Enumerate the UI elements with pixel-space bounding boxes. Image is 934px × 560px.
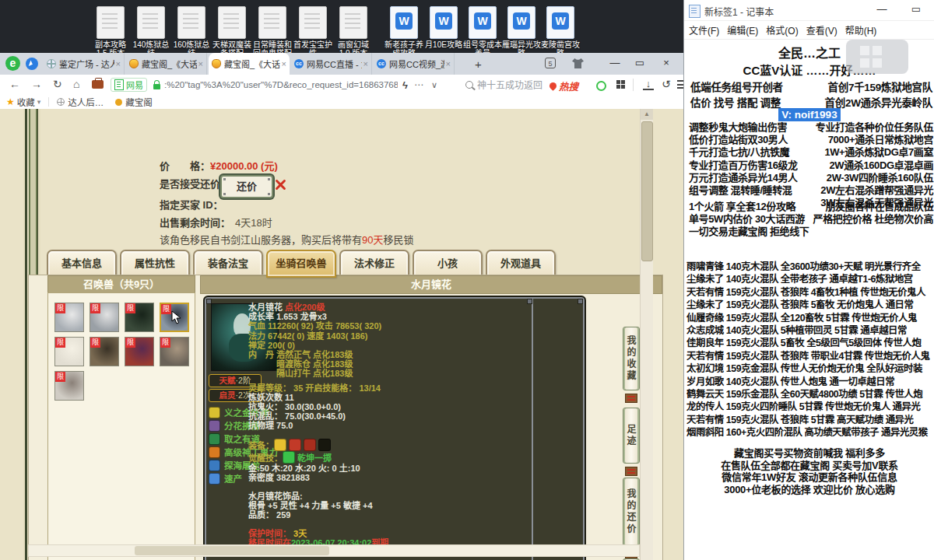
download-icon[interactable]: ↓ — [643, 78, 654, 90]
desktop-icon[interactable]: 首发宝宝护 性 — [293, 6, 333, 58]
team-list-item: 岁月如歌 140克火混队 传世人炮鬼 通一切卓越日常 — [686, 376, 934, 388]
browser-logo-icon[interactable]: e — [5, 56, 20, 71]
redpacket-icon[interactable] — [92, 80, 104, 89]
tab-close-icon[interactable]: × — [446, 59, 451, 68]
bookmark-item[interactable]: 藏宝阁 — [125, 96, 153, 108]
desktop-icon[interactable]: 天梯双魔装 备搭配 — [212, 6, 252, 58]
sale-time-row: 出售剩余时间：4天18时 — [160, 215, 272, 229]
desktop-icon[interactable]: 副本攻略1.5 版本 — [90, 6, 131, 58]
team-list-item: 雨啸青锋 140克木混队 全3600功绩30+天赋 明光景行齐全 — [686, 261, 934, 273]
browser-tab[interactable]: cc网易CC直播 - 大型…× — [291, 53, 372, 75]
speed-badge[interactable]: 5 — [545, 58, 556, 68]
notepad-window: 新标签1 - 记事本 — ▭ 文件(F)编辑(E)格式(O)查看(V)帮助(H)… — [683, 0, 934, 560]
horizontal-scrollbar[interactable] — [28, 544, 640, 557]
bargain-button[interactable]: 还价 — [220, 175, 273, 198]
lightning-icon[interactable]: ϟ — [402, 79, 408, 91]
tab-属性抗性[interactable]: 属性抗性 — [120, 250, 190, 278]
compass-icon[interactable] — [26, 58, 38, 70]
pet-thumbnail[interactable]: 限 — [125, 303, 154, 332]
browser-tab[interactable]: cc网易CC视频_游戏…× — [374, 53, 455, 75]
desktop-icon[interactable]: 组号零成本 养号 — [462, 6, 503, 58]
back-button[interactable]: ← — [9, 78, 20, 90]
desktop-icon[interactable]: 画窗幻域1.0 版本 — [333, 6, 374, 58]
url-field[interactable]: 网易 :%20"tag"%3A%20"user"%7D&reco_request… — [111, 77, 459, 93]
tab-基本信息[interactable]: 基本信息 — [47, 250, 117, 278]
desktop-icon[interactable]: 月10E攻略 — [423, 6, 464, 49]
netease-doc-icon — [114, 79, 124, 90]
browser-close-button[interactable]: × — [657, 57, 676, 68]
scroll-up-arrow[interactable]: ▲ — [641, 109, 653, 120]
pet-thumbnail[interactable]: 限 — [90, 303, 119, 332]
tab-坐骑召唤兽[interactable]: 坐骑召唤兽 — [266, 250, 336, 278]
tab-法术修正[interactable]: 法术修正 — [339, 250, 409, 278]
notepad-menu-item[interactable]: 帮助(H) — [845, 23, 877, 37]
hscrollbar-thumb[interactable] — [135, 546, 329, 555]
search-icon — [465, 81, 473, 89]
tab-装备法宝[interactable]: 装备法宝 — [193, 250, 263, 278]
more-icon[interactable]: ⋯ — [414, 79, 423, 90]
theme-shirt-icon[interactable] — [572, 58, 584, 68]
notepad-restore-button[interactable]: ▭ — [905, 3, 927, 15]
browser-minimize-button[interactable]: — — [606, 57, 624, 68]
browser-tab[interactable]: 藏宝阁_《大话西游…× — [126, 53, 207, 75]
refresh-button[interactable]: ↻ — [53, 78, 62, 90]
tab-close-icon[interactable]: × — [282, 59, 286, 68]
favorites-star-icon[interactable]: ★ — [6, 96, 15, 107]
new-tab-button[interactable]: + — [475, 58, 482, 71]
pet-thumbnail[interactable]: 限 — [90, 337, 119, 366]
side-tab-足迹[interactable]: 足迹 — [623, 408, 640, 464]
home-button[interactable]: ⌂ — [73, 78, 79, 90]
notepad-text[interactable]: 全民…之工 CC蓝V认证 ……开好…… 低端任务组号开创者首创7千159炼狱地宫… — [684, 38, 934, 560]
search-input[interactable]: 神十五成功返回 — [465, 78, 542, 91]
browser-tab[interactable]: 鉴定广场 - 达人后…× — [44, 53, 125, 75]
pet-thumbnail[interactable]: 限 — [54, 303, 84, 332]
team-list-item: 太初幻境 159克金混队 传世人无价炮无价鬼 全队好运时装 — [686, 362, 934, 375]
pet-thumbnail[interactable]: 限 — [160, 337, 189, 366]
desktop-icon[interactable]: 140炼狱总结 — [131, 6, 171, 58]
tab-close-icon[interactable]: × — [116, 59, 121, 68]
pet-thumbnail[interactable]: 限 — [54, 337, 84, 366]
cursor-icon — [170, 310, 183, 324]
desktop-icon[interactable]: 麦陵凿宫攻 略 — [540, 6, 581, 58]
desktop-icon[interactable]: 日常睡装和 回血鬼搭配 — [252, 6, 293, 58]
browser-maximize-button[interactable]: ▭ — [630, 57, 649, 68]
tab-close-icon[interactable]: × — [363, 59, 368, 68]
bookmark-item[interactable]: 达人后… — [68, 96, 104, 108]
hot-search[interactable]: 热搜 — [550, 79, 578, 93]
desktop-icon[interactable]: 新老孩子养 成攻略 — [384, 6, 424, 58]
limited-badge: 限 — [90, 338, 100, 348]
notepad-menu-item[interactable]: 查看(V) — [806, 23, 837, 37]
limited-badge: 限 — [55, 372, 65, 382]
vertical-scrollbar[interactable]: ▲ — [640, 109, 653, 560]
notepad-menu-item[interactable]: 编辑(E) — [727, 23, 758, 37]
skill-icon — [209, 407, 220, 418]
tab-close-icon[interactable]: × — [198, 59, 203, 68]
forward-button[interactable]: → — [31, 78, 42, 90]
stat-line: 成长率 1.653 龙骨x3 — [248, 312, 528, 321]
limited-badge: 限 — [90, 303, 100, 313]
notepad-titlebar: 新标签1 - 记事本 — ▭ — [684, 0, 934, 21]
pet-thumbnail[interactable]: 限 — [125, 337, 154, 366]
tab-外观道具[interactable]: 外观道具 — [486, 250, 556, 278]
np-footer: 藏宝阁买号买物资前喊我 福利多多在售队伍全部都在藏宝阁 买卖号加V联系微信常年1… — [684, 447, 934, 495]
pet-thumbnail[interactable]: 限 — [54, 371, 84, 401]
side-tab-我的还价[interactable]: 我的还价 — [623, 478, 640, 546]
limited-badge: 限 — [55, 338, 65, 348]
history-icon[interactable]: ↺ — [662, 78, 671, 90]
notepad-menu-item[interactable]: 文件(F) — [689, 23, 719, 37]
proxy-status-icon[interactable] — [596, 81, 606, 91]
browser-tab[interactable]: 藏宝阁_《大话西游…× — [209, 53, 290, 75]
wps-doc-icon — [390, 6, 418, 39]
apps-grid-icon[interactable] — [616, 80, 625, 89]
tab-小孩[interactable]: 小孩 — [413, 250, 483, 278]
notepad-menu-item[interactable]: 格式(O) — [766, 23, 798, 37]
scrollbar-thumb[interactable] — [641, 121, 653, 261]
side-tab-我的收藏[interactable]: 我的收藏 — [623, 327, 640, 390]
desktop-icon[interactable]: 160炼狱总结 — [171, 6, 212, 58]
team-list-item: 尘缘未了 159克火混队 苍狼阵 5畜牧 无价炮鬼人 通日常 — [686, 299, 934, 311]
notepad-minimize-button[interactable]: — — [871, 3, 893, 15]
desktop-icon[interactable]: 雁瑙异光攻 略 — [501, 6, 542, 58]
favorites-label[interactable]: 收藏 — [17, 96, 35, 108]
pet-thumbnail[interactable]: 限 — [160, 303, 189, 332]
chevron-down-icon[interactable]: ∨ — [431, 80, 437, 90]
